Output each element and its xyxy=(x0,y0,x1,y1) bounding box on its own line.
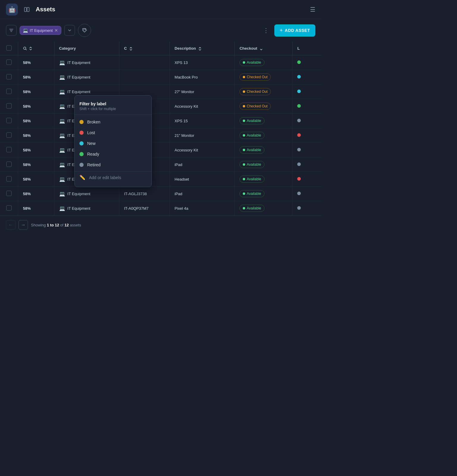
row-checkbox[interactable] xyxy=(6,162,12,167)
th-label[interactable]: L xyxy=(292,42,321,55)
dropdown-title: Filter by label xyxy=(79,101,147,106)
table-row[interactable]: 58% 💻 IT Equipment IT-A0QP37M7 Pixel 4a … xyxy=(0,201,321,216)
table-row[interactable]: 58% 💻 IT Equipment IT-A5EP37JJ 21" Monit… xyxy=(0,128,321,143)
row-checkbox[interactable] xyxy=(6,118,12,123)
table-row[interactable]: 58% 💻 IT Equipment IT-AGLJ3738 iPad Avai… xyxy=(0,187,321,201)
row-checkbox[interactable] xyxy=(6,176,12,181)
checkout-badge[interactable]: Available xyxy=(240,205,264,212)
th-checkout[interactable]: Checkout xyxy=(235,42,292,55)
category-icon: 💻 xyxy=(59,162,65,167)
filter-button[interactable] xyxy=(6,25,17,36)
dropdown-item-new[interactable]: New xyxy=(75,138,151,149)
th-assetid[interactable]: C xyxy=(119,42,170,55)
checkout-status-dot xyxy=(243,105,245,107)
table-row[interactable]: 58% 💻 IT Equipment IT-AFKJ37J7 Headset A… xyxy=(0,172,321,187)
row-progress: 58% xyxy=(18,143,54,157)
row-category: 💻 IT Equipment xyxy=(54,187,119,201)
add-edit-labels-item[interactable]: ✏️ Add or edit labels xyxy=(75,171,151,183)
row-checkbox[interactable] xyxy=(6,89,12,94)
th-assetid-label: C xyxy=(124,46,127,51)
ready-dot xyxy=(79,152,84,156)
checkout-status-label: Available xyxy=(247,148,261,152)
filter-tag-close-icon[interactable]: ✕ xyxy=(54,28,58,33)
row-checkbox[interactable] xyxy=(6,205,12,211)
row-checkbox-cell xyxy=(0,187,18,201)
checkout-badge[interactable]: Checked Out xyxy=(240,88,271,95)
category-icon: 💻 xyxy=(59,89,65,95)
th-description[interactable]: Description xyxy=(170,42,234,55)
row-progress: 58% xyxy=(18,187,54,201)
menu-icon[interactable]: ☰ xyxy=(310,6,315,13)
active-filter-tag[interactable]: 💻 IT Equipment ✕ xyxy=(20,26,61,35)
dropdown-item-retired[interactable]: Retired xyxy=(75,159,151,170)
checkout-badge[interactable]: Available xyxy=(240,176,264,183)
table-row[interactable]: 58% 💻 IT Equipment IT-ADJ137B7 Accessory… xyxy=(0,143,321,157)
row-checkbox[interactable] xyxy=(6,74,12,79)
row-checkbox-cell xyxy=(0,99,18,114)
sidebar-toggle-icon[interactable] xyxy=(21,4,32,15)
category-icon: 💻 xyxy=(59,176,65,182)
row-progress: 58% xyxy=(18,201,54,216)
new-label: New xyxy=(87,141,96,146)
table-row[interactable]: 58% 💻 IT Equipment XPS 13 Available xyxy=(0,55,321,70)
row-checkbox[interactable] xyxy=(6,147,12,152)
category-label: IT Equipment xyxy=(68,60,90,65)
add-asset-button[interactable]: + ADD ASSET xyxy=(274,24,315,37)
checkout-badge[interactable]: Available xyxy=(240,161,264,168)
dropdown-item-lost[interactable]: Lost xyxy=(75,127,151,138)
checkout-status-label: Available xyxy=(247,119,261,123)
category-icon: 💻 xyxy=(59,147,65,153)
table-header-row: Category C Description Checkout xyxy=(0,42,321,55)
row-progress: 58% xyxy=(18,55,54,70)
th-category[interactable]: Category xyxy=(54,42,119,55)
label-filter-button[interactable] xyxy=(78,24,91,37)
row-checkout: Available xyxy=(235,187,292,201)
checkout-badge[interactable]: Checked Out xyxy=(240,73,271,81)
checkout-badge[interactable]: Checked Out xyxy=(240,103,271,110)
row-label xyxy=(292,70,321,84)
table-row[interactable]: 58% 💻 IT Equipment 27" Monitor Checked O… xyxy=(0,84,321,99)
checkout-badge[interactable]: Available xyxy=(240,132,264,139)
pagination-total: 12 xyxy=(65,223,69,227)
select-all-checkbox[interactable] xyxy=(6,45,12,51)
checkout-badge[interactable]: Available xyxy=(240,146,264,154)
prev-page-button[interactable]: ← xyxy=(6,220,15,230)
dropdown-item-broken[interactable]: Broken xyxy=(75,117,151,127)
category-icon: 💻 xyxy=(59,104,65,109)
filter-dropdown-button[interactable] xyxy=(64,25,75,36)
checkout-badge[interactable]: Available xyxy=(240,59,264,66)
label-dot xyxy=(297,90,301,93)
row-description: 21" Monitor xyxy=(170,128,234,143)
row-category: 💻 IT Equipment xyxy=(54,70,119,84)
checkout-status-dot xyxy=(243,163,245,166)
row-checkbox[interactable] xyxy=(6,60,12,65)
row-checkbox[interactable] xyxy=(6,191,12,196)
checkout-badge[interactable]: Available xyxy=(240,117,264,124)
th-checkbox[interactable] xyxy=(0,42,18,55)
category-label: IT Equipment xyxy=(68,90,90,94)
next-page-button[interactable]: → xyxy=(18,220,28,230)
prev-arrow-icon: ← xyxy=(8,222,13,228)
checkout-status-label: Checked Out xyxy=(247,75,267,79)
row-checkbox-cell xyxy=(0,55,18,70)
more-options-button[interactable]: ⋮ xyxy=(261,25,271,36)
add-edit-labels-label: Add or edit labels xyxy=(89,175,121,180)
table-row[interactable]: 58% 💻 IT Equipment MacBook Pro Checked O… xyxy=(0,70,321,84)
add-asset-plus-icon: + xyxy=(280,27,283,34)
dropdown-item-ready[interactable]: Ready xyxy=(75,149,151,159)
row-checkbox[interactable] xyxy=(6,132,12,138)
checkout-status-dot xyxy=(243,134,245,137)
row-progress: 58% xyxy=(18,99,54,114)
retired-dot xyxy=(79,163,84,167)
th-search-sort[interactable] xyxy=(23,46,49,51)
checkout-badge[interactable]: Available xyxy=(240,190,264,197)
table-row[interactable]: 58% 💻 IT Equipment IT-ADJ737PL iPad Avai… xyxy=(0,157,321,172)
table-row[interactable]: 58% 💻 IT Equipment Accessory Kit Checked… xyxy=(0,99,321,114)
row-checkbox[interactable] xyxy=(6,103,12,109)
checkout-status-label: Available xyxy=(247,162,261,167)
row-description: Pixel 4a xyxy=(170,201,234,216)
table-row[interactable]: 58% 💻 IT Equipment IT-A5EJ37AQ XPS 15 Av… xyxy=(0,114,321,128)
th-progress[interactable] xyxy=(18,42,54,55)
table-body: 58% 💻 IT Equipment XPS 13 Available 58% … xyxy=(0,55,321,216)
row-progress: 58% xyxy=(18,157,54,172)
